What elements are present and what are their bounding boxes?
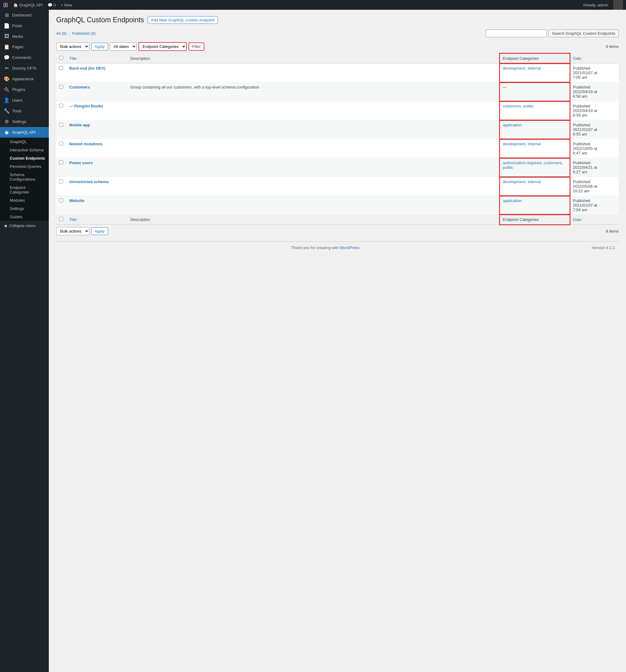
sidebar-item-plugins[interactable]: 🔌 Plugins bbox=[0, 84, 49, 95]
row-title-link[interactable]: — Pengüin Books bbox=[69, 104, 103, 108]
row-checkbox[interactable] bbox=[59, 123, 63, 127]
topbar-site-name[interactable]: 🏠 GraphQL API bbox=[13, 3, 43, 7]
row-title-link[interactable]: Mobile app bbox=[69, 123, 90, 127]
sidebar-item-comments[interactable]: 💬 Comments bbox=[0, 52, 49, 63]
sidebar-item-graphql-api[interactable]: ◉ GraphQL API bbox=[0, 127, 49, 138]
sidebar: ⊞ Dashboard 📄 Posts 🖼 Media 📋 P bbox=[0, 10, 49, 672]
tools-icon: 🔧 bbox=[4, 108, 10, 114]
sidebar-submenu-graphiql[interactable]: GraphiQL bbox=[0, 138, 49, 146]
appearance-icon: 🎨 bbox=[4, 76, 10, 82]
sidebar-submenu-settings[interactable]: Settings bbox=[0, 205, 49, 213]
table-row: WebsiteapplicationPublished 2021/01/07 a… bbox=[56, 196, 619, 215]
endpoint-categories-select[interactable]: Endpoint Categories bbox=[139, 42, 187, 51]
row-checkbox[interactable] bbox=[59, 179, 63, 184]
row-date: Published 2021/01/07 at 7:04 am bbox=[570, 196, 619, 215]
sidebar-submenu-persisted-queries[interactable]: Persisted Queries bbox=[0, 162, 49, 171]
category-link[interactable]: public bbox=[523, 104, 533, 108]
sidebar-item-dummy-cpts[interactable]: ✏ Dummy CPTs bbox=[0, 63, 49, 74]
filter-all-link[interactable]: All (8) bbox=[56, 31, 68, 36]
wordpress-link[interactable]: WordPress. bbox=[340, 245, 360, 250]
sidebar-item-tools[interactable]: 🔧 Tools bbox=[0, 105, 49, 116]
apply-button-bottom[interactable]: Apply bbox=[91, 227, 108, 235]
page-title: GraphQL Custom Endpoints Add New GraphQL… bbox=[56, 16, 619, 24]
topbar-comments[interactable]: 💬 0 bbox=[48, 3, 56, 7]
topbar-new[interactable]: + New bbox=[61, 3, 72, 7]
sidebar-submenu-custom-endpoints[interactable]: Custom Endpoints bbox=[0, 154, 49, 162]
category-link[interactable]: public bbox=[503, 165, 513, 170]
row-title-link[interactable]: Unrestricted schema bbox=[69, 179, 108, 184]
category-link[interactable]: application bbox=[503, 123, 522, 127]
row-date: Published 2022/10/05 at 6:47 am bbox=[570, 139, 619, 158]
row-checkbox[interactable] bbox=[59, 66, 63, 70]
filter-button[interactable]: Filter bbox=[189, 42, 205, 51]
comments-icon: 💬 bbox=[48, 3, 52, 7]
graphql-icon: ◉ bbox=[4, 129, 10, 135]
category-link[interactable]: internal bbox=[528, 179, 541, 184]
settings-icon: ⚙ bbox=[4, 119, 10, 124]
bulk-actions-select-bottom[interactable]: Bulk actions bbox=[56, 227, 90, 235]
row-title-link[interactable]: Nested mutations bbox=[69, 142, 102, 146]
sidebar-submenu-guides[interactable]: Guides bbox=[0, 213, 49, 221]
sidebar-item-users[interactable]: 👤 Users bbox=[0, 95, 49, 105]
pages-icon: 📋 bbox=[4, 44, 10, 50]
dashboard-icon: ⊞ bbox=[4, 12, 10, 18]
sidebar-submenu-endpoint-categories[interactable]: Endpoint Categories bbox=[0, 184, 49, 196]
collapse-menu-button[interactable]: ◀ Collapse menu bbox=[0, 221, 49, 231]
filter-published-link[interactable]: Published (8) bbox=[72, 31, 96, 36]
search-input[interactable] bbox=[486, 30, 547, 37]
row-title-link[interactable]: Power users bbox=[69, 161, 93, 165]
users-icon: 👤 bbox=[4, 97, 10, 103]
category-link[interactable]: internal bbox=[528, 66, 541, 71]
top-toolbar: Bulk actions Apply All dates Endpoint Ca… bbox=[56, 42, 619, 51]
row-date: Published 2022/04/19 at 6:59 am bbox=[570, 101, 619, 120]
sidebar-item-posts[interactable]: 📄 Posts bbox=[0, 20, 49, 31]
sidebar-submenu-schema-configurations[interactable]: Schema Configurations bbox=[0, 171, 49, 184]
apply-button-top[interactable]: Apply bbox=[91, 43, 108, 50]
sidebar-submenu-modules[interactable]: Modules bbox=[0, 196, 49, 205]
sidebar-item-appearance[interactable]: 🎨 Appearance bbox=[0, 74, 49, 84]
add-new-button[interactable]: Add New GraphQL custom endpoint bbox=[148, 16, 218, 24]
category-link[interactable]: internal bbox=[528, 142, 541, 146]
category-link[interactable]: application bbox=[503, 198, 522, 203]
row-title-link[interactable]: Website bbox=[69, 198, 84, 203]
main-content: GraphQL Custom Endpoints Add New GraphQL… bbox=[49, 10, 626, 672]
category-link[interactable]: development bbox=[503, 179, 525, 184]
row-description: Group containing all our customers, with… bbox=[127, 82, 500, 101]
category-link[interactable]: customers bbox=[503, 104, 521, 108]
title-column-footer[interactable]: Title bbox=[66, 215, 127, 224]
sidebar-submenu-interactive-schema[interactable]: Interactive Schema bbox=[0, 146, 49, 154]
topbar-howdy: Howdy, admin bbox=[583, 3, 608, 7]
category-link[interactable]: customers bbox=[544, 161, 562, 165]
row-categories: application bbox=[500, 120, 570, 139]
table-row: Back-end (for DEV)development, internalP… bbox=[56, 64, 619, 82]
sidebar-item-pages[interactable]: 📋 Pages bbox=[0, 42, 49, 52]
row-checkbox[interactable] bbox=[59, 85, 63, 89]
row-checkbox[interactable] bbox=[59, 161, 63, 165]
date-filter-select[interactable]: All dates bbox=[110, 42, 137, 51]
row-date: Published 2022/04/19 at 6:58 am bbox=[570, 82, 619, 101]
select-all-checkbox-bottom[interactable] bbox=[59, 217, 63, 221]
row-description bbox=[127, 196, 500, 215]
sidebar-item-media[interactable]: 🖼 Media bbox=[0, 31, 49, 42]
search-button[interactable]: Search GraphQL Custom Endpoints bbox=[549, 30, 619, 37]
select-all-checkbox-top[interactable] bbox=[59, 56, 63, 60]
row-checkbox[interactable] bbox=[59, 142, 63, 146]
row-checkbox[interactable] bbox=[59, 104, 63, 108]
category-link[interactable]: authorization-required bbox=[503, 161, 541, 165]
row-description bbox=[127, 177, 500, 196]
category-link[interactable]: development bbox=[503, 66, 525, 71]
row-title-link[interactable]: Back-end (for DEV) bbox=[69, 66, 105, 71]
row-title-link[interactable]: Customers bbox=[69, 85, 90, 90]
date-column-header[interactable]: Date bbox=[570, 53, 619, 64]
row-categories: development, internal bbox=[500, 177, 570, 196]
bulk-actions-select-top[interactable]: Bulk actions bbox=[56, 42, 90, 51]
title-column-header[interactable]: Title bbox=[66, 53, 127, 64]
row-checkbox[interactable] bbox=[59, 198, 63, 202]
date-column-footer[interactable]: Date bbox=[570, 215, 619, 224]
sidebar-item-dashboard[interactable]: ⊞ Dashboard bbox=[0, 10, 49, 20]
table-row: Mobile appapplicationPublished 2021/01/0… bbox=[56, 120, 619, 139]
category-link[interactable]: development bbox=[503, 142, 525, 146]
table-row: Nested mutationsdevelopment, internalPub… bbox=[56, 139, 619, 158]
sidebar-item-settings[interactable]: ⚙ Settings bbox=[0, 116, 49, 127]
wp-logo-icon[interactable]: ⊞ bbox=[3, 1, 8, 8]
